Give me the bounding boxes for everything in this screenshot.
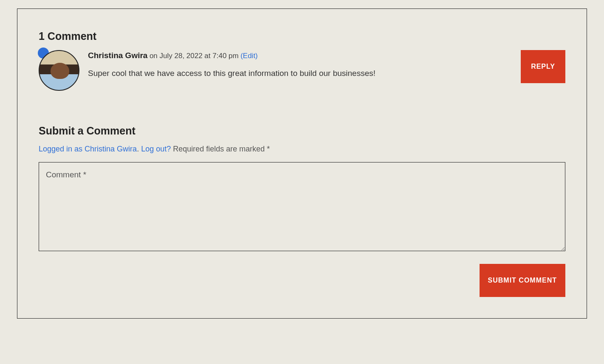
comment-date-prefix: on [150,52,160,60]
login-status-line: Logged in as Christina Gwira. Log out? R… [39,145,565,154]
comments-panel: 1 Comment Christina Gwira on July 28, 20… [17,8,587,319]
logout-link[interactable]: Log out? [141,145,171,153]
required-note: Required fields are marked * [173,145,270,153]
avatar [39,50,79,91]
logged-in-prefix: Logged in as [39,145,85,153]
submit-row: SUBMIT COMMENT [39,264,565,297]
comment-text: Super cool that we have access to this g… [88,67,512,80]
comments-heading: 1 Comment [39,30,565,42]
comment-textarea[interactable] [39,162,565,251]
comment-item: Christina Gwira on July 28, 2022 at 7:40… [39,50,565,91]
submit-comment-heading: Submit a Comment [39,125,565,137]
avatar-placeholder-icon [51,63,69,79]
logged-in-user: Christina Gwira [85,145,137,153]
comment-author: Christina Gwira [88,51,147,60]
reply-button[interactable]: REPLY [521,50,565,83]
separator-dot: . [137,145,141,153]
comment-body: Christina Gwira on July 28, 2022 at 7:40… [88,50,512,79]
comment-date: July 28, 2022 at 7:40 pm [160,52,239,60]
logged-in-as-link[interactable]: Logged in as Christina Gwira [39,145,137,153]
avatar-wrap [39,50,79,91]
edit-link[interactable]: (Edit) [240,52,258,60]
submit-comment-button[interactable]: SUBMIT COMMENT [480,264,565,297]
comment-meta: Christina Gwira on July 28, 2022 at 7:40… [88,50,512,62]
